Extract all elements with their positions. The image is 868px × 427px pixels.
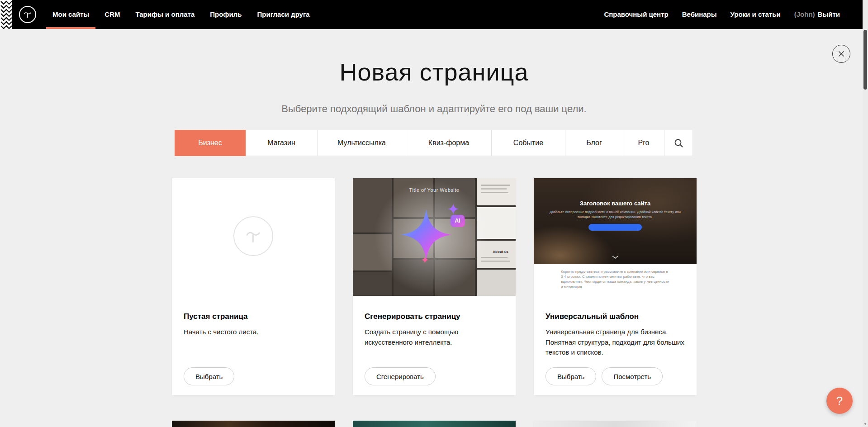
ai-sparkle-small-icon (447, 203, 459, 215)
template-card-partial[interactable] (534, 421, 697, 427)
template-card-partial[interactable] (172, 421, 335, 427)
template-cards-grid: Пустая страница Начать с чистого листа. … (172, 178, 697, 395)
ai-badge: AI (451, 215, 465, 227)
zigzag-decoration-icon (0, 0, 12, 29)
user-logout[interactable]: (John) Выйти (794, 0, 840, 29)
template-preview-image: Заголовок вашего сайта Добавьте интересн… (534, 178, 697, 296)
card-description: Универсальная страница для бизнеса. Поня… (545, 327, 685, 358)
card-blank-page: Пустая страница Начать с чистого листа. … (172, 178, 335, 395)
card-description: Начать с чистого листа. (184, 327, 323, 337)
tab-shop[interactable]: Магазин (245, 130, 318, 156)
navbar-right-menu: Справочный центр Вебинары Уроки и статьи… (604, 0, 840, 29)
tilda-logo[interactable] (19, 6, 36, 23)
template-card-partial[interactable] (353, 421, 516, 427)
preview-site-title: Заголовок вашего сайта (580, 200, 650, 207)
close-button[interactable] (832, 45, 850, 63)
ai-sparkle-tiny-icon (421, 256, 429, 264)
vertical-scrollbar[interactable]: ▼ (863, 0, 868, 427)
nav-item-pricing[interactable]: Тарифы и оплата (135, 0, 194, 29)
logout-link[interactable]: Выйти (818, 0, 840, 29)
select-button[interactable]: Выбрать (184, 367, 234, 385)
select-button[interactable]: Выбрать (545, 367, 596, 385)
card-title: Сгенерировать страницу (365, 312, 504, 321)
user-name: (John) (794, 0, 815, 29)
preview-body-section: Коротко представьтесь и расскажите о ком… (534, 264, 697, 296)
nav-item-my-sites[interactable]: Мои сайты (52, 0, 89, 29)
chevron-down-icon (612, 253, 619, 261)
search-icon (674, 138, 683, 148)
card-description: Создать страницу с помощью искусственног… (365, 327, 504, 347)
preview-cta-button (588, 224, 642, 231)
card-generate-page: Title of Your Website About us (353, 178, 516, 395)
page-subtitle: Выберите подходящий шаблон и адаптируйте… (0, 103, 868, 115)
card-title: Универсальный шаблон (545, 312, 685, 321)
close-icon (838, 50, 845, 57)
scrollbar-thumb[interactable] (863, 30, 867, 90)
preview-hero-section: Заголовок вашего сайта Добавьте интересн… (534, 178, 697, 264)
ai-preview-image: Title of Your Website About us (353, 178, 516, 296)
nav-item-lessons[interactable]: Уроки и статьи (730, 0, 781, 29)
page-title: Новая страница (0, 58, 868, 86)
tab-quiz-form[interactable]: Квиз-форма (406, 130, 492, 156)
tilda-watermark-icon (233, 216, 273, 256)
nav-item-profile[interactable]: Профиль (210, 0, 242, 29)
preview-site-subtitle: Добавьте интересные подробности о вашей … (548, 210, 682, 219)
nav-item-webinars[interactable]: Вебинары (682, 0, 717, 29)
tab-multilink[interactable]: Мультиссылка (317, 130, 406, 156)
template-cards-row2 (172, 421, 697, 427)
nav-item-crm[interactable]: CRM (104, 0, 120, 29)
scrollbar-down-arrow-icon[interactable]: ▼ (863, 422, 868, 426)
top-navbar: Мои сайты CRM Тарифы и оплата Профиль Пр… (0, 0, 863, 29)
generate-button[interactable]: Сгенерировать (365, 367, 436, 385)
tab-business[interactable]: Бизнес (175, 130, 246, 156)
preview-about-label: About us (493, 250, 508, 254)
tab-search[interactable] (664, 130, 693, 156)
preview-site-title: Title of Your Website (353, 187, 516, 193)
card-title: Пустая страница (184, 312, 323, 321)
help-button[interactable]: ? (826, 388, 853, 414)
tab-blog[interactable]: Блог (565, 130, 623, 156)
nav-item-invite-friend[interactable]: Пригласи друга (257, 0, 309, 29)
preview-body-text: Коротко представьтесь и расскажите о ком… (561, 269, 669, 289)
navbar-left-menu: Мои сайты CRM Тарифы и оплата Профиль Пр… (52, 0, 310, 29)
tab-pro[interactable]: Pro (623, 130, 664, 156)
template-category-tabs: Бизнес Магазин Мультиссылка Квиз-форма С… (175, 130, 693, 156)
tab-event[interactable]: Событие (491, 130, 565, 156)
nav-item-help-center[interactable]: Справочный центр (604, 0, 668, 29)
preview-button[interactable]: Посмотреть (602, 367, 663, 385)
card-universal-template: Заголовок вашего сайта Добавьте интересн… (534, 178, 697, 395)
ai-sparkle-icon (399, 208, 453, 261)
